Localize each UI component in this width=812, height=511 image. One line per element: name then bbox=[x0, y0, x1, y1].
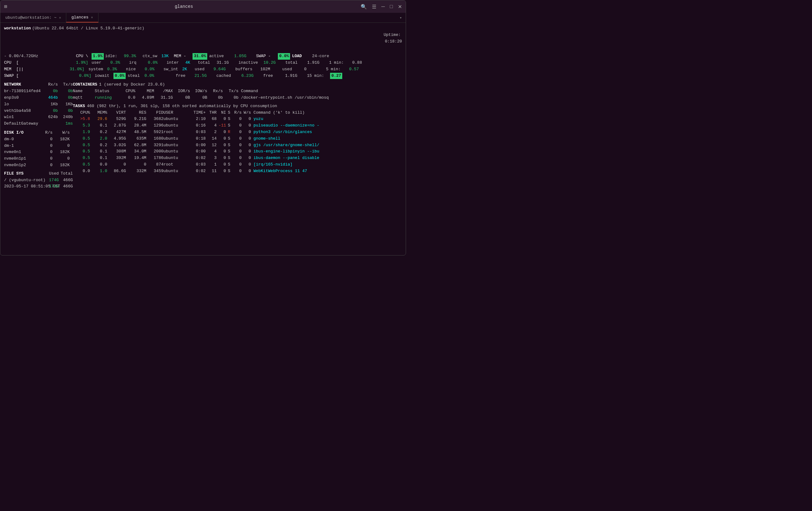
fs-total-label: Total bbox=[59, 171, 73, 177]
proc-5-thr: 4 bbox=[206, 148, 216, 155]
irq-label: irq bbox=[129, 60, 148, 66]
titlebar-controls[interactable]: 🔍 ☰ ─ □ ✕ bbox=[361, 4, 402, 10]
swap-free-label: free bbox=[263, 73, 285, 79]
mem-pct: 31.0% bbox=[193, 53, 207, 60]
tab-terminal[interactable]: ubuntu@workstation: ~ ✕ bbox=[0, 13, 66, 23]
proc-1-rs: 0 bbox=[232, 122, 241, 129]
mem-bar-fill bbox=[20, 66, 70, 73]
iowait-label: iowait bbox=[95, 73, 113, 79]
tab-add-button[interactable]: ▾ bbox=[396, 13, 406, 23]
right-panel: CONTAINERS 1 (served by Docker 23.0.6) N… bbox=[73, 82, 402, 190]
proc-row-4: 0.5 0.2 3.02G 62.8M 3291 ubuntu 0:00 12 … bbox=[73, 142, 402, 149]
cont-col-mem: MEM bbox=[135, 88, 154, 95]
disk-2-r: 0 bbox=[35, 149, 53, 155]
proc-0-user: ubuntu bbox=[164, 116, 188, 122]
disk-4-r: 0 bbox=[35, 162, 53, 169]
task-col-res: RES bbox=[126, 110, 146, 116]
tab-glances[interactable]: glances ✕ bbox=[66, 13, 98, 23]
task-col-cmd: Command ('k' to kill) bbox=[254, 110, 305, 116]
mem-row3-label: MEM [|| bbox=[4, 66, 20, 73]
proc-7-pid: 874 bbox=[146, 161, 164, 168]
menu-button[interactable]: ☰ bbox=[372, 4, 376, 10]
iface-4-rx: 624b bbox=[43, 114, 58, 121]
fs-1: 2023-05-17 08:51:05 CST 174G 466G bbox=[4, 183, 73, 190]
proc-0-rs: 0 bbox=[232, 116, 241, 122]
cont-0-iow: 0B bbox=[190, 95, 207, 101]
iface-2-tx: 1Kb bbox=[58, 101, 73, 108]
disk-1-w: 0 bbox=[53, 143, 70, 149]
proc-3-virt: 4.95G bbox=[107, 136, 126, 142]
header-row: workstation (Ubuntu 22.04 64bit / Linux … bbox=[4, 25, 402, 51]
disk-2-name: nvme0n1 bbox=[4, 149, 35, 155]
proc-4-time: 0:00 bbox=[188, 142, 206, 149]
swap-total-val: 1.91G bbox=[307, 60, 329, 66]
hostname: workstation bbox=[4, 25, 31, 32]
buffers-val: 102M bbox=[260, 66, 282, 73]
load-15min-val: 0.27 bbox=[330, 73, 342, 79]
tab-glances-close[interactable]: ✕ bbox=[91, 15, 93, 19]
swap-label: SWAP - bbox=[256, 53, 278, 60]
proc-2-virt: 427M bbox=[107, 129, 126, 136]
swap-free-val: 1.91G bbox=[285, 73, 307, 79]
idle-val: 99.3% bbox=[124, 53, 143, 60]
disk-0-w: 182K bbox=[53, 136, 70, 143]
proc-2-cmd: python3 /usr/bin/glances bbox=[254, 129, 312, 136]
proc-6-thr: 3 bbox=[206, 155, 216, 161]
active-val: 1.05G bbox=[234, 53, 256, 60]
nice-label: nice bbox=[126, 66, 145, 73]
stats-row4: SWAP [ 0.0%] iowait 0.0% steal 0.0% free… bbox=[4, 73, 402, 79]
swint-val: 2K bbox=[182, 66, 195, 73]
proc-6-res: 19.4M bbox=[126, 155, 146, 161]
proc-2-res: 48.5M bbox=[126, 129, 146, 136]
load-5min-val: 0.57 bbox=[349, 66, 359, 73]
proc-2-cpu: 1.9 bbox=[73, 129, 90, 136]
iface-2-name: lo bbox=[4, 101, 43, 108]
cont-col-cmd: Command bbox=[241, 88, 258, 95]
load-label: LOAD bbox=[292, 53, 311, 60]
swap-pct: 0.0% bbox=[278, 53, 290, 60]
proc-2-mem: 0.2 bbox=[90, 129, 107, 136]
proc-6-ws: 0 bbox=[241, 155, 251, 161]
proc-7-res: 0 bbox=[126, 161, 146, 168]
iface-0-name: br-71389114fed4 bbox=[4, 88, 43, 95]
fs-0-name: / (vgubuntu-root) bbox=[4, 177, 45, 184]
rx-label: Rx/s bbox=[43, 82, 58, 88]
tab-glances-label: glances bbox=[71, 15, 88, 20]
proc-2-pid: 5921 bbox=[146, 129, 164, 136]
idle-label: idle: bbox=[105, 53, 124, 60]
cont-0-cpu: 0.0 bbox=[120, 95, 135, 101]
minimize-button[interactable]: ─ bbox=[381, 4, 385, 9]
proc-5-s: S bbox=[226, 148, 232, 155]
proc-0-ws: 0 bbox=[241, 116, 251, 122]
containers-count: 1 (served by Docker 23.0.6) bbox=[99, 82, 165, 88]
proc-4-user: ubuntu bbox=[164, 142, 188, 149]
disk-r-label: R/s bbox=[35, 130, 53, 136]
proc-7-s: S bbox=[226, 161, 232, 168]
tab-terminal-close[interactable]: ✕ bbox=[59, 16, 61, 20]
disk-2-w: 182K bbox=[53, 149, 70, 155]
proc-row-8: 0.0 1.0 86.6G 332M 3459 ubuntu 0:02 11 0… bbox=[73, 168, 402, 175]
proc-4-cpu: 0.5 bbox=[73, 142, 90, 149]
disk-w-label: W/s bbox=[53, 130, 70, 136]
proc-2-user: root bbox=[164, 129, 188, 136]
search-button[interactable]: 🔍 bbox=[361, 4, 367, 10]
task-col-mem: MEM% bbox=[90, 110, 107, 116]
close-button[interactable]: ✕ bbox=[398, 4, 402, 10]
net-iface-0: br-71389114fed4 0b 0b bbox=[4, 88, 73, 95]
active-label: active bbox=[209, 53, 234, 60]
proc-1-pid: 1296 bbox=[146, 122, 164, 129]
iface-1-rx: 464b bbox=[43, 95, 58, 101]
tabbar: ubuntu@workstation: ~ ✕ glances ✕ ▾ bbox=[0, 13, 406, 23]
net-iface-3: veth1ba4a58 0b 0b bbox=[4, 108, 73, 114]
cpu-pct: 1.9% bbox=[92, 53, 104, 60]
disk-0-name: dm-0 bbox=[4, 136, 35, 143]
proc-3-thr: 14 bbox=[206, 136, 216, 142]
proc-6-virt: 392M bbox=[107, 155, 126, 161]
proc-6-pid: 1786 bbox=[146, 155, 164, 161]
iface-3-name: veth1ba4a58 bbox=[4, 108, 43, 114]
tasks-info: 460 (982 thr), 1 run, 301 slp, 158 oth s… bbox=[87, 103, 277, 110]
maximize-button[interactable]: □ bbox=[390, 4, 393, 9]
proc-8-rs: 0 bbox=[232, 168, 241, 175]
proc-5-virt: 308M bbox=[107, 148, 126, 155]
net-iface-1: enp3s0 464b 0b bbox=[4, 95, 73, 101]
